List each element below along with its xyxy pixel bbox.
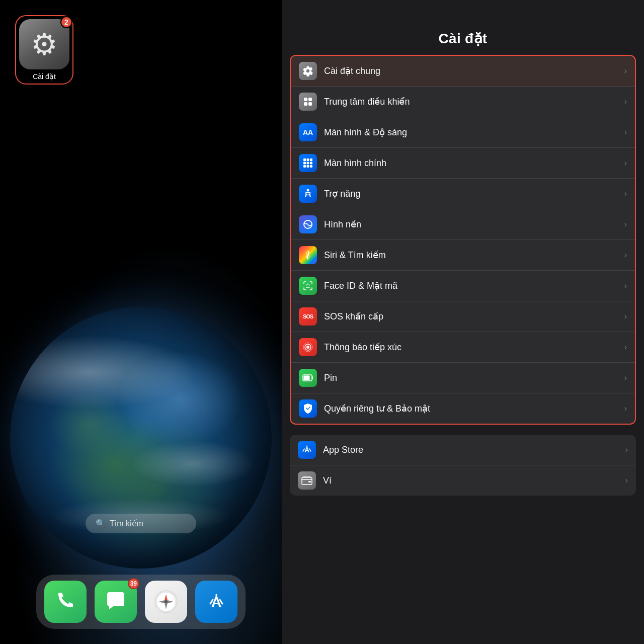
settings-group-main: Cài đặt chung › Trung tâm điều khiển › bbox=[290, 55, 636, 425]
dock: 39 A bbox=[36, 575, 246, 629]
privacy-icon bbox=[299, 399, 317, 418]
settings-row-home-screen[interactable]: Màn hình chính › bbox=[291, 148, 635, 179]
battery-chevron: › bbox=[624, 373, 627, 382]
siri-svg bbox=[302, 250, 313, 261]
svg-rect-11 bbox=[304, 98, 307, 101]
sos-chevron: › bbox=[624, 312, 627, 321]
wallet-icon bbox=[298, 471, 316, 490]
settings-app-container[interactable]: ⚙ 2 Cài đặt bbox=[15, 15, 73, 85]
face-id-chevron: › bbox=[624, 281, 627, 290]
safari-svg-icon bbox=[153, 589, 179, 614]
svg-point-24 bbox=[307, 189, 309, 192]
svg-point-6 bbox=[165, 600, 168, 603]
control-center-chevron: › bbox=[624, 97, 627, 106]
svg-point-26 bbox=[306, 285, 307, 286]
general-icon bbox=[299, 62, 317, 80]
home-screen-icon bbox=[299, 154, 317, 172]
siri-label: Siri & Tìm kiếm bbox=[324, 250, 624, 261]
settings-row-wallpaper[interactable]: Hình nền › bbox=[291, 209, 635, 240]
messages-svg-icon bbox=[104, 590, 127, 613]
phone-svg-icon bbox=[54, 591, 76, 613]
battery-icon bbox=[299, 369, 317, 387]
settings-badge: 2 bbox=[60, 16, 72, 28]
dock-appstore-icon[interactable]: A bbox=[195, 581, 237, 623]
settings-title: Cài đặt bbox=[294, 30, 632, 47]
dock-phone-icon[interactable] bbox=[44, 581, 87, 623]
accessibility-label: Trợ năng bbox=[324, 188, 624, 199]
settings-app-icon[interactable]: ⚙ 2 bbox=[19, 19, 69, 69]
spotlight-search[interactable]: 🔍 Tìm kiếm bbox=[86, 514, 196, 533]
accessibility-chevron: › bbox=[624, 189, 627, 198]
settings-row-wallet[interactable]: Ví › bbox=[290, 465, 636, 496]
general-chevron: › bbox=[624, 66, 627, 75]
battery-label: Pin bbox=[324, 373, 624, 383]
settings-group-apps: A App Store › bbox=[290, 435, 636, 496]
settings-row-battery[interactable]: Pin › bbox=[291, 363, 635, 393]
svg-rect-14 bbox=[308, 102, 312, 106]
settings-app-label: Cài đặt bbox=[33, 72, 56, 80]
settings-row-accessibility[interactable]: Trợ năng › bbox=[291, 179, 635, 209]
app-store-icon: A bbox=[298, 441, 316, 459]
home-screen-chevron: › bbox=[624, 158, 627, 168]
settings-panel: Cài đặt Cài đặt chung › bbox=[282, 0, 644, 644]
control-center-label: Trung tâm điều khiển bbox=[324, 96, 624, 107]
app-store-svg: A bbox=[301, 444, 312, 455]
wallet-chevron: › bbox=[625, 476, 628, 485]
settings-row-siri[interactable]: Siri & Tìm kiếm › bbox=[291, 240, 635, 271]
svg-rect-12 bbox=[308, 98, 312, 101]
privacy-svg bbox=[303, 403, 313, 414]
sos-icon: SOS bbox=[299, 307, 317, 326]
svg-rect-15 bbox=[303, 158, 306, 161]
settings-row-general[interactable]: Cài đặt chung › bbox=[291, 56, 635, 87]
wallpaper-chevron: › bbox=[624, 220, 627, 229]
svg-rect-19 bbox=[307, 162, 309, 165]
svg-rect-34 bbox=[312, 376, 313, 379]
svg-rect-22 bbox=[307, 165, 309, 168]
svg-rect-21 bbox=[303, 165, 306, 168]
wallpaper-svg bbox=[302, 219, 313, 230]
face-id-label: Face ID & Mật mã bbox=[324, 280, 624, 291]
battery-svg bbox=[302, 374, 313, 381]
app-store-chevron: › bbox=[625, 445, 628, 454]
dock-messages-icon[interactable]: 39 bbox=[95, 581, 137, 623]
contact-tracing-chevron: › bbox=[624, 343, 627, 352]
svg-point-29 bbox=[306, 346, 309, 349]
settings-row-face-id[interactable]: Face ID & Mật mã › bbox=[291, 271, 635, 301]
settings-row-control-center[interactable]: Trung tâm điều khiển › bbox=[291, 87, 635, 117]
svg-rect-13 bbox=[304, 102, 307, 106]
settings-icon-bg: ⚙ bbox=[19, 19, 69, 69]
settings-row-app-store[interactable]: A App Store › bbox=[290, 435, 636, 465]
wallpaper-label: Hình nền bbox=[324, 219, 624, 230]
svg-rect-20 bbox=[310, 162, 312, 165]
search-label: Tìm kiếm bbox=[110, 519, 143, 528]
appstore-svg-icon: A bbox=[205, 591, 227, 613]
display-chevron: › bbox=[624, 128, 627, 137]
settings-row-display[interactable]: AA Màn hình & Độ sáng › bbox=[291, 117, 635, 148]
wallet-svg bbox=[301, 476, 312, 485]
svg-rect-16 bbox=[307, 158, 309, 161]
settings-row-contact-tracing[interactable]: Thông báo tiếp xúc › bbox=[291, 332, 635, 363]
display-aa-text: AA bbox=[303, 128, 313, 136]
siri-icon bbox=[299, 246, 317, 264]
wallet-label: Ví bbox=[323, 475, 625, 486]
settings-row-sos[interactable]: SOS SOS khẩn cấp › bbox=[291, 301, 635, 332]
face-id-icon bbox=[299, 277, 317, 295]
settings-content: Cài đặt chung › Trung tâm điều khiển › bbox=[282, 55, 644, 644]
siri-chevron: › bbox=[624, 251, 627, 260]
home-screen-svg bbox=[303, 158, 313, 168]
display-icon: AA bbox=[299, 123, 317, 141]
home-screen: ⚙ 2 Cài đặt 🔍 Tìm kiếm 39 bbox=[0, 0, 282, 644]
svg-point-27 bbox=[309, 285, 310, 286]
control-center-icon bbox=[299, 93, 317, 111]
messages-badge: 39 bbox=[128, 578, 139, 589]
settings-row-privacy[interactable]: Quyền riêng tư & Bảo mật › bbox=[291, 393, 635, 424]
dock-safari-icon[interactable] bbox=[145, 581, 187, 623]
display-label: Màn hình & Độ sáng bbox=[324, 127, 624, 138]
privacy-label: Quyền riêng tư & Bảo mật bbox=[324, 403, 624, 414]
settings-gear-icon: ⚙ bbox=[31, 27, 58, 62]
gear-icon bbox=[302, 65, 313, 76]
accessibility-icon bbox=[299, 185, 317, 203]
general-label: Cài đặt chung bbox=[324, 65, 624, 76]
home-screen-label: Màn hình chính bbox=[324, 158, 624, 169]
svg-line-38 bbox=[309, 449, 311, 451]
